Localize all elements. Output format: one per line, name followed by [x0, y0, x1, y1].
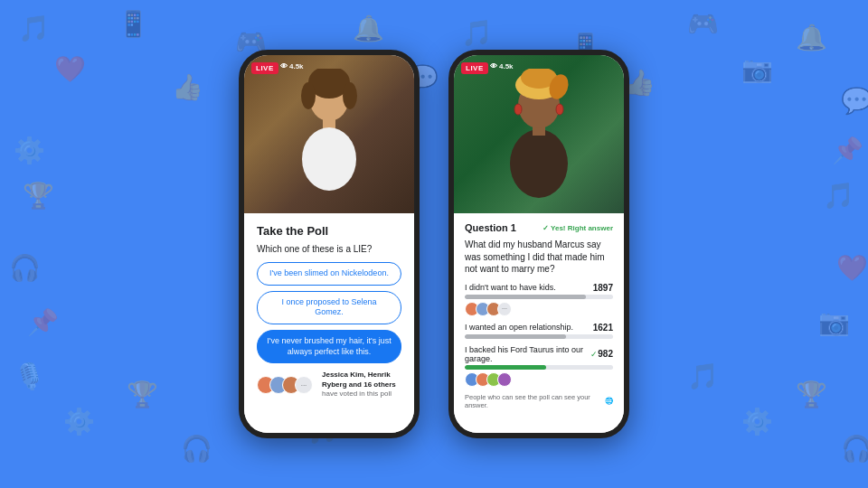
phone-2: LIVE 👁 4.5k Question 1 ✓ Yes! Right answ… [448, 50, 629, 438]
result-count-3: 982 [598, 349, 613, 359]
answer-correct-icon: ✓ [590, 350, 598, 359]
result-count-1: 1897 [593, 283, 613, 293]
result-label-3: I backed his Ford Taurus into our garage… [465, 345, 598, 363]
poll-card: Take the Poll Which one of these is a LI… [244, 213, 414, 433]
result-row-3: I backed his Ford Taurus into our garage… [465, 345, 613, 387]
small-avatar-more: ··· [497, 302, 512, 316]
svg-rect-1 [323, 117, 335, 128]
voter-avatars: ··· [257, 376, 307, 394]
correct-text: Yes! Right answer [551, 224, 613, 232]
phone-1-viewer-count: 👁 4.5k [280, 62, 304, 70]
poll-voters: ··· Jessica Kim, Henrik Ryberg and 16 ot… [257, 371, 401, 399]
check-icon: ✓ [542, 224, 549, 232]
result-label-1: I didn't want to have kids. [465, 283, 593, 292]
person-2-silhouette [494, 69, 584, 213]
result-count-2: 1621 [593, 323, 613, 333]
voter-names: Jessica Kim, Henrik Ryberg and 16 others [322, 371, 396, 388]
result-label-row-1: I didn't want to have kids. 1897 [465, 283, 613, 293]
poll-title: Take the Poll [257, 224, 401, 238]
phone-1: LIVE 👁 4.5k Take the Poll Which one of t… [239, 50, 420, 438]
svg-point-4 [301, 82, 316, 109]
result-footer: People who can see the poll can see your… [465, 393, 613, 409]
result-row-1: I didn't want to have kids. 1897 ··· [465, 283, 613, 316]
avatar-more: ··· [295, 376, 313, 394]
globe-icon: 🌐 [605, 397, 613, 405]
result-bar-3 [465, 365, 546, 370]
svg-point-13 [556, 104, 563, 115]
results-question: What did my husband Marcus say was somet… [465, 239, 613, 276]
result-bar-1 [465, 295, 586, 299]
poll-question: Which one of these is a LIE? [257, 243, 401, 255]
svg-point-6 [510, 129, 568, 198]
result-bar-2 [465, 334, 566, 339]
result-row-2: I wanted an open relationship. 1621 [465, 323, 613, 339]
question-label: Question 1 [465, 222, 516, 233]
phone-1-screen: LIVE 👁 4.5k Take the Poll Which one of t… [244, 55, 414, 433]
result-bar-bg-1 [465, 295, 613, 299]
result-avatars-3 [465, 372, 613, 387]
phone-1-live-badge: LIVE [251, 62, 278, 74]
result-label-2: I wanted an open relationship. [465, 323, 593, 332]
svg-point-5 [343, 82, 357, 109]
poll-option-3[interactable]: I've never brushed my hair, it's just al… [257, 330, 401, 363]
voter-text: Jessica Kim, Henrik Ryberg and 16 others… [322, 371, 401, 399]
phone-2-video: LIVE 👁 4.5k [454, 55, 624, 213]
person-1-silhouette [288, 69, 370, 213]
result-bar-bg-2 [465, 334, 613, 339]
phone-1-video: LIVE 👁 4.5k [244, 55, 414, 213]
results-card: Question 1 ✓ Yes! Right answer What did … [454, 213, 624, 433]
result-bar-bg-3 [465, 365, 613, 370]
result-label-row-2: I wanted an open relationship. 1621 [465, 323, 613, 333]
correct-badge: ✓ Yes! Right answer [542, 224, 613, 232]
footer-text: People who can see the poll can see your… [465, 393, 602, 409]
poll-option-1[interactable]: I've been slimed on Nickelodeon. [257, 262, 401, 286]
phone-2-live-badge: LIVE [461, 62, 488, 74]
small-avatar-3d [497, 372, 512, 387]
phone-2-viewer-count: 👁 4.5k [490, 62, 514, 70]
phone-2-screen: LIVE 👁 4.5k Question 1 ✓ Yes! Right answ… [454, 55, 624, 433]
results-header: Question 1 ✓ Yes! Right answer [465, 222, 613, 233]
main-container: LIVE 👁 4.5k Take the Poll Which one of t… [0, 0, 868, 488]
svg-point-12 [514, 104, 522, 115]
poll-option-2[interactable]: I once proposed to Selena Gomez. [257, 291, 401, 324]
result-label-row-3: I backed his Ford Taurus into our garage… [465, 345, 613, 363]
svg-point-2 [302, 127, 356, 191]
result-avatars-1: ··· [465, 302, 613, 316]
voter-action: have voted in this poll [322, 389, 392, 398]
